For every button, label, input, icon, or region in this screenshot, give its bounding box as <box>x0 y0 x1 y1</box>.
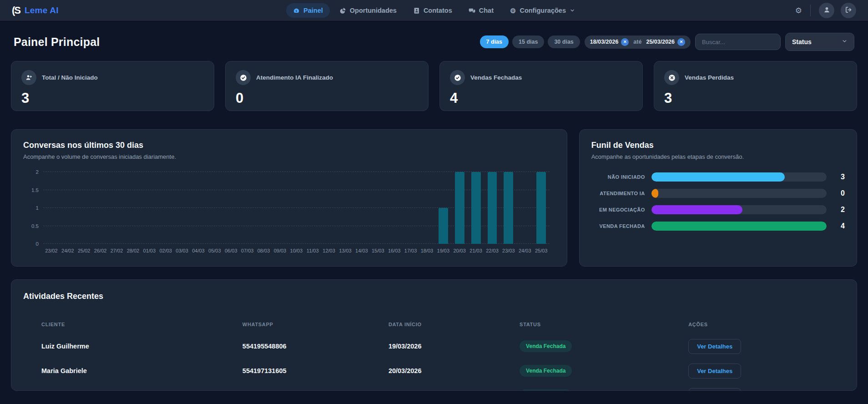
funnel-track <box>651 205 827 214</box>
stat-card-header: Atendimento IA Finalizado <box>236 70 418 85</box>
y-axis-tick-label: 2 <box>23 169 39 175</box>
stat-card: Vendas Fechadas 4 <box>439 61 643 111</box>
bar-slot <box>141 172 157 244</box>
funnel-stage-row: VENDA FECHADA 4 <box>591 222 845 231</box>
nav-item-configuracoes[interactable]: ⚙Configurações <box>503 3 582 18</box>
gear-icon: ⚙ <box>510 7 516 14</box>
funnel-stage-value: 4 <box>833 222 845 230</box>
funnel-title: Funil de Vendas <box>591 141 845 150</box>
stat-value: 4 <box>450 91 632 105</box>
settings-gear-icon[interactable]: ⚙ <box>795 7 802 15</box>
bar-slot <box>288 172 304 244</box>
x-axis-tick-label: 23/02 <box>43 248 60 253</box>
cell-whatsapp: 554197131605 <box>242 367 389 374</box>
bar-slot <box>451 172 468 244</box>
stat-label: Total / Não Iniciado <box>42 74 98 81</box>
nav-item-oportunidades[interactable]: Oportunidades <box>333 3 404 18</box>
brand[interactable]: (S Leme AI <box>12 5 167 15</box>
stat-label: Vendas Fechadas <box>470 74 522 81</box>
x-axis-tick-label: 06/03 <box>223 248 239 253</box>
x-axis-tick-label: 19/03 <box>435 248 451 253</box>
status-dropdown[interactable]: Status <box>785 33 854 51</box>
view-details-button[interactable]: Ver Detalhes <box>688 364 741 379</box>
stat-card: Total / Não Iniciado 3 <box>11 61 214 111</box>
view-details-button[interactable]: Ver Detalhes <box>688 388 741 391</box>
cell-cliente: Luiz Guilherme <box>41 343 242 350</box>
view-details-button[interactable]: Ver Detalhes <box>688 339 741 354</box>
navbar-actions: ⚙ <box>701 3 856 18</box>
page-title: Painel Principal <box>14 35 100 49</box>
funnel-stage-value: 0 <box>833 189 845 197</box>
funnel-fill-bar <box>651 205 742 214</box>
stat-card-header: Vendas Perdidas <box>664 70 847 85</box>
gauge-icon <box>293 7 300 14</box>
chat-icon <box>469 7 475 14</box>
date-from-value: 18/03/2026 <box>590 39 619 45</box>
stat-card-header: Vendas Fechadas <box>450 70 632 85</box>
clear-date-to-icon[interactable]: ✕ <box>677 38 685 46</box>
main-nav: PainelOportunidadesContatosChat⚙Configur… <box>286 3 582 18</box>
chart-bar[interactable] <box>439 208 448 244</box>
bar-slot <box>468 172 484 244</box>
funnel-rows: NÃO INICIADO 3ATENDIMENTO IA 0EM NEGOCIA… <box>591 172 845 231</box>
chevron-down-icon <box>842 38 848 46</box>
user-profile-button[interactable] <box>819 3 834 18</box>
x-axis-tick-label: 16/03 <box>386 248 403 253</box>
x-axis-tick-label: 23/03 <box>500 248 517 253</box>
chart-bar[interactable] <box>504 172 513 244</box>
search-input[interactable] <box>695 34 781 50</box>
chart-bar[interactable] <box>488 172 497 244</box>
bar-slot <box>92 172 109 244</box>
cell-whatsapp: 554195548806 <box>242 343 389 350</box>
range-filter-group: 7 dias15 dias30 dias <box>480 35 580 48</box>
funnel-stage-label: NÃO INICIADO <box>591 174 645 180</box>
bar-slot <box>370 172 386 244</box>
table-column-header: STATUS <box>520 322 688 327</box>
user-plus-icon <box>21 70 36 85</box>
activities-table: CLIENTEWHATSAPPDATA INÍCIOSTATUSAÇÕES Lu… <box>23 315 845 391</box>
page-header: Painel Principal 7 dias15 dias30 dias 18… <box>11 33 857 51</box>
chart-bar[interactable] <box>536 172 546 244</box>
range-pill-30-dias[interactable]: 30 dias <box>548 35 580 48</box>
nav-item-chat[interactable]: Chat <box>462 3 500 18</box>
cell-status: Venda Fechada <box>520 340 688 352</box>
chart-bar[interactable] <box>471 172 481 244</box>
funnel-stage-row: ATENDIMENTO IA 0 <box>591 189 845 198</box>
chevron-down-icon <box>570 8 575 13</box>
bar-slot <box>272 172 288 244</box>
logout-button[interactable] <box>841 3 856 18</box>
stat-cards-row: Total / Não Iniciado 3 Atendimento IA Fi… <box>11 61 857 111</box>
x-axis-tick-label: 24/02 <box>60 248 76 253</box>
table-body: Luiz Guilherme 554195548806 19/03/2026 V… <box>41 334 827 391</box>
recent-activities-card: Atividades Recentes CLIENTEWHATSAPPDATA … <box>11 279 857 391</box>
nav-item-label: Oportunidades <box>350 7 397 14</box>
table-header-row: CLIENTEWHATSAPPDATA INÍCIOSTATUSAÇÕES <box>41 315 827 334</box>
funnel-stage-label: ATENDIMENTO IA <box>591 191 645 196</box>
nav-item-contatos[interactable]: Contatos <box>406 3 459 18</box>
x-axis-tick-label: 14/03 <box>353 248 370 253</box>
bar-slot <box>500 172 517 244</box>
range-pill-7-dias[interactable]: 7 dias <box>480 35 509 48</box>
nav-item-painel[interactable]: Painel <box>286 3 330 18</box>
funnel-fill-bar <box>651 172 785 182</box>
status-dropdown-label: Status <box>792 38 812 45</box>
x-circle-icon <box>664 70 679 85</box>
cell-acoes: Ver Detalhes <box>688 388 827 391</box>
stat-card: Vendas Perdidas 3 <box>654 61 857 111</box>
x-axis-tick-label: 26/02 <box>92 248 109 253</box>
range-pill-15-dias[interactable]: 15 dias <box>512 35 544 48</box>
bar-slot <box>403 172 419 244</box>
x-axis-tick-label: 28/02 <box>125 248 141 253</box>
x-axis-tick-label: 04/03 <box>190 248 207 253</box>
table-column-header: CLIENTE <box>41 322 242 327</box>
clear-date-from-icon[interactable]: ✕ <box>621 38 629 46</box>
chart-bar[interactable] <box>455 172 464 244</box>
bar-slot <box>174 172 190 244</box>
table-row: Maria Gabriele 554197131605 20/03/2026 V… <box>41 383 827 391</box>
bar-slot <box>304 172 321 244</box>
bar-slot <box>60 172 76 244</box>
bar-slot <box>533 172 550 244</box>
x-axis-tick-label: 25/02 <box>76 248 92 253</box>
x-axis-tick-label: 08/03 <box>256 248 272 253</box>
funnel-track <box>651 189 827 198</box>
